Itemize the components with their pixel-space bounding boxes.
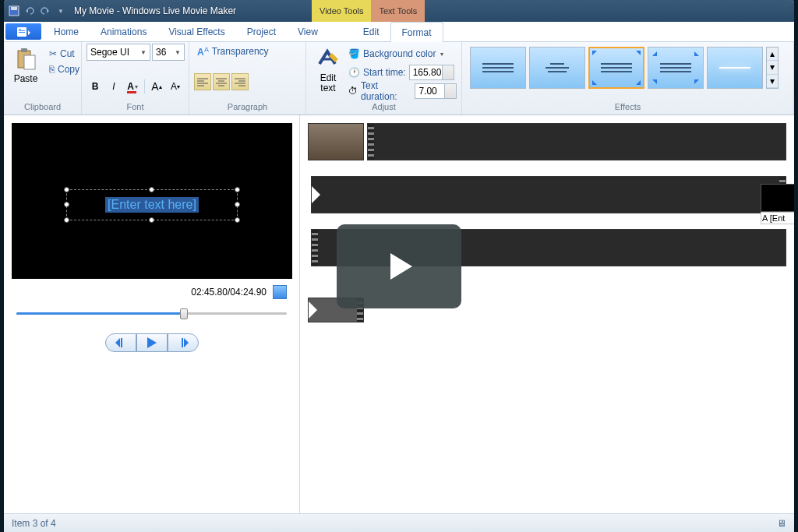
clock-icon: 🕐 [348,67,360,78]
effect-zoom-in[interactable] [588,47,644,89]
tab-project[interactable]: Project [236,22,287,41]
contextual-tab-text[interactable]: Text Tools [371,0,425,22]
align-center-button[interactable] [213,73,230,90]
svg-rect-7 [21,48,27,52]
status-icon[interactable]: 🖥 [777,518,786,529]
edit-text-icon [316,47,341,72]
copy-icon: ⎘ [49,64,55,75]
seek-slider[interactable] [16,305,287,321]
paste-button[interactable]: Paste [9,44,43,87]
prev-frame-button[interactable] [105,333,136,352]
start-time-label: Start time: [363,67,406,78]
duration-input[interactable]: 7.00 [415,83,457,99]
svg-rect-5 [19,32,25,33]
fullscreen-button[interactable] [273,285,287,299]
file-menu-button[interactable] [5,23,41,40]
effects-gallery-more[interactable]: ▴▾▾ [766,47,779,89]
svg-rect-8 [24,55,35,69]
italic-button[interactable]: I [105,78,122,95]
clip-3[interactable] [311,176,786,213]
next-frame-button[interactable] [168,333,199,352]
edit-text-label: Edittext [320,73,337,93]
text-placeholder[interactable]: [Enter text here] [105,197,199,213]
statusbar: Item 3 of 4 🖥 [4,513,794,532]
transparency-icon: Aᴬ [197,45,209,58]
svg-rect-4 [19,30,25,31]
effect-scroll[interactable] [529,47,585,89]
edit-text-button[interactable]: Edittext [311,44,345,97]
timeline-pane[interactable]: A [Ent [300,115,794,513]
tab-visual-effects[interactable]: Visual Effects [157,22,235,41]
tab-animations[interactable]: Animations [90,22,157,41]
background-color-button[interactable]: 🪣Background color▾ [348,45,457,62]
transparency-button[interactable]: AᴬTransparency [194,44,272,59]
grow-font-button[interactable]: A▴ [148,78,165,95]
align-right-button[interactable] [231,73,249,90]
font-color-button[interactable]: A▾ [124,78,141,95]
paste-icon [13,47,38,72]
play-button[interactable] [136,333,168,352]
svg-rect-22 [121,338,122,347]
bucket-icon: 🪣 [348,48,360,59]
preview-monitor[interactable]: [Enter text here] [12,123,292,279]
svg-rect-3 [19,29,21,30]
qat-more-icon[interactable]: ▼ [54,4,68,18]
start-time-input[interactable]: 165.80s [409,65,454,80]
text-edit-box[interactable]: [Enter text here] [66,189,238,220]
clip-1[interactable] [308,123,364,160]
effect-none[interactable] [470,47,526,89]
align-left-button[interactable] [194,73,211,90]
text-clip[interactable]: A [Ent [761,184,794,224]
font-family-combo[interactable]: Segoe UI▼ [87,44,150,61]
group-effects-label: Effects [467,100,789,113]
titlebar: ▼ My Movie - Windows Live Movie Maker Vi… [4,0,794,22]
video-play-overlay[interactable] [337,224,461,308]
effect-flare[interactable] [707,47,763,89]
qat-save-icon[interactable] [7,4,21,18]
effect-zoom-out[interactable] [648,47,704,89]
duration-label: Text duration: [361,80,411,102]
qat-undo-icon[interactable] [23,4,37,18]
qat-redo-icon[interactable] [38,4,52,18]
effects-gallery: ▴▾▾ [467,44,782,92]
contextual-tab-video[interactable]: Video Tools [312,0,371,22]
ribbon: Paste ✂Cut ⎘Copy Clipboard Segoe UI▼ 36▼… [4,42,794,115]
paste-label: Paste [14,73,38,84]
cut-button[interactable]: ✂Cut [46,47,83,61]
status-item-count: Item 3 of 4 [12,518,56,529]
tab-view[interactable]: View [287,22,329,41]
shrink-font-button[interactable]: A▾ [167,78,184,95]
time-display: 02:45.80/04:24.90 [191,287,267,298]
tab-format[interactable]: Format [390,22,443,42]
clip-2[interactable] [367,123,786,160]
svg-rect-1 [11,7,17,10]
group-font-label: Font [87,100,184,113]
duration-icon: ⏱ [348,86,358,97]
ribbon-tabs: Home Animations Visual Effects Project V… [4,22,794,42]
tab-home[interactable]: Home [43,22,90,41]
tab-edit[interactable]: Edit [352,22,390,41]
window-title: My Movie - Windows Live Movie Maker [74,5,236,16]
group-clipboard-label: Clipboard [9,100,76,113]
bold-button[interactable]: B [87,78,104,95]
svg-rect-23 [182,338,183,347]
copy-button[interactable]: ⎘Copy [46,62,83,76]
group-paragraph-label: Paragraph [194,100,301,113]
scissors-icon: ✂ [49,48,57,59]
preview-pane: [Enter text here] 02:45.80/04:24.90 [4,115,300,513]
font-size-combo[interactable]: 36▼ [152,44,185,61]
group-adjust-label: Adjust [311,100,457,113]
